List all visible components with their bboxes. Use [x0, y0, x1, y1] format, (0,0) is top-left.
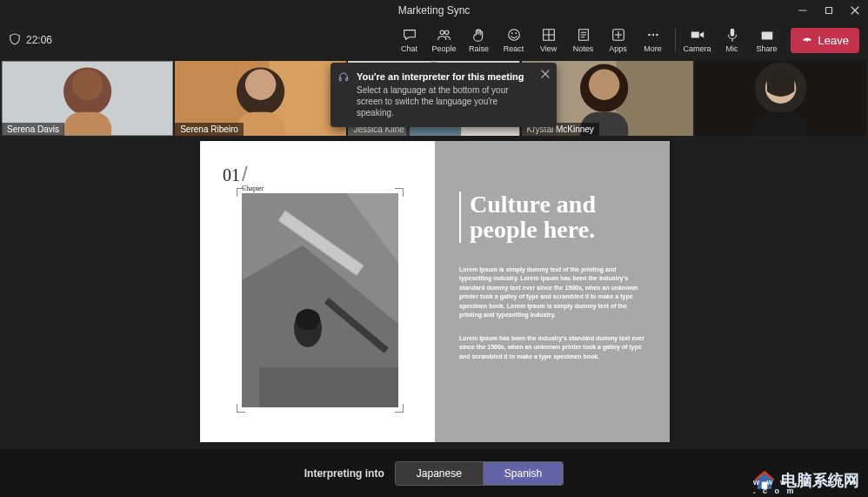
- svg-point-20: [651, 34, 653, 36]
- svg-point-19: [648, 34, 650, 36]
- notes-icon: [576, 27, 591, 43]
- slide-paragraph: Lorem Ipsum is simply dummy text of the …: [459, 265, 645, 320]
- raise-label: Raise: [469, 44, 489, 53]
- close-button[interactable]: [842, 0, 868, 21]
- chapter-number: 01: [223, 165, 240, 185]
- react-button[interactable]: React: [497, 27, 531, 53]
- toast-close-icon[interactable]: [541, 70, 550, 80]
- plus-square-icon: [611, 27, 626, 43]
- timer-value: 22:06: [26, 34, 52, 46]
- interpreter-toast: You're an interpreter for this meeting S…: [331, 63, 557, 127]
- slide-paragraph: Lorem Ipsum has been the industry's stan…: [459, 334, 645, 362]
- grid-icon: [541, 27, 557, 43]
- notes-label: Notes: [573, 44, 594, 53]
- smile-icon: [506, 27, 522, 43]
- chapter-slash: /: [242, 162, 248, 185]
- crop-mark-icon: [237, 404, 245, 413]
- svg-rect-27: [63, 112, 111, 136]
- maximize-button[interactable]: [816, 0, 842, 21]
- shared-content: 01/ Chapter Culture and people here.: [200, 141, 670, 442]
- more-button[interactable]: More: [637, 27, 670, 53]
- people-button[interactable]: People: [428, 27, 461, 53]
- crop-mark-icon: [395, 404, 404, 413]
- svg-point-28: [72, 69, 103, 99]
- svg-point-6: [508, 30, 519, 41]
- interpreter-bar: Interpreting into Japanese Spanish: [0, 449, 868, 497]
- camera-button[interactable]: Camera: [681, 27, 714, 53]
- svg-point-33: [245, 69, 276, 99]
- svg-rect-1: [826, 8, 832, 14]
- meeting-timer: 22:06: [9, 33, 52, 48]
- mic-label: Mic: [726, 44, 738, 53]
- apps-button[interactable]: Apps: [602, 27, 635, 53]
- slide-image: [242, 193, 398, 407]
- language-option-japanese[interactable]: Japanese: [396, 462, 483, 485]
- chat-label: Chat: [401, 44, 417, 53]
- share-icon: [759, 27, 775, 43]
- microphone-icon: [724, 27, 740, 43]
- svg-rect-22: [730, 29, 734, 37]
- headset-icon: [337, 71, 350, 87]
- chat-button[interactable]: Chat: [393, 27, 426, 53]
- slide-left-page: 01/ Chapter: [200, 141, 435, 442]
- leave-label: Leave: [818, 34, 849, 47]
- svg-point-8: [515, 32, 517, 34]
- more-label: More: [644, 44, 662, 53]
- toast-title: You're an interpreter for this meeting: [357, 71, 532, 82]
- phone-down-icon: [801, 33, 813, 48]
- svg-point-21: [656, 34, 658, 36]
- svg-point-4: [440, 30, 444, 35]
- apps-label: Apps: [609, 44, 627, 53]
- window-titlebar: Marketing Sync: [0, 0, 868, 21]
- leave-button[interactable]: Leave: [791, 28, 859, 53]
- chat-icon: [402, 27, 417, 43]
- share-label: Share: [757, 44, 778, 53]
- svg-rect-32: [237, 112, 284, 136]
- react-label: React: [504, 44, 524, 53]
- toolbar-divider: [675, 28, 676, 52]
- crop-mark-icon: [395, 188, 404, 197]
- svg-point-55: [296, 309, 320, 330]
- window-controls: [790, 0, 868, 21]
- camera-label: Camera: [684, 44, 711, 53]
- raise-button[interactable]: Raise: [463, 27, 496, 53]
- svg-point-5: [444, 30, 449, 35]
- crop-mark-icon: [237, 188, 245, 197]
- participant-tile[interactable]: Serena Davis: [2, 61, 173, 136]
- participant-name: Serena Davis: [2, 123, 64, 136]
- window-title: Marketing Sync: [398, 4, 471, 17]
- ellipsis-icon: [645, 27, 661, 43]
- toolbar-icons: Chat People Raise React View Notes Apps: [393, 27, 784, 53]
- language-option-spanish[interactable]: Spanish: [483, 462, 563, 485]
- view-label: View: [540, 44, 557, 53]
- view-button[interactable]: View: [532, 27, 565, 53]
- share-button[interactable]: Share: [751, 27, 784, 53]
- slide-right-page: Culture and people here. Lorem Ipsum is …: [435, 141, 670, 442]
- people-icon: [437, 27, 452, 43]
- participant-name: Serena Ribeiro: [175, 123, 244, 136]
- toast-body: Select a language at the bottom of your …: [357, 84, 532, 118]
- meeting-toolbar: 22:06 Chat People Raise React View Notes: [0, 21, 868, 59]
- svg-point-7: [511, 32, 512, 34]
- shield-icon: [9, 33, 21, 48]
- svg-rect-45: [753, 112, 808, 136]
- slide-headline: Culture and people here.: [470, 191, 645, 243]
- participant-tile[interactable]: [695, 61, 866, 136]
- hand-icon: [471, 27, 487, 43]
- notes-button[interactable]: Notes: [567, 27, 600, 53]
- interpreter-label: Interpreting into: [304, 467, 384, 480]
- people-label: People: [432, 44, 457, 53]
- mic-button[interactable]: Mic: [716, 27, 749, 53]
- svg-rect-39: [616, 61, 693, 136]
- chapter-label: Chapter: [242, 185, 412, 192]
- language-segmented-control: Japanese Spanish: [395, 461, 564, 486]
- svg-point-42: [589, 69, 619, 99]
- svg-rect-57: [259, 367, 398, 407]
- participant-tile[interactable]: Serena Ribeiro: [175, 61, 346, 136]
- minimize-button[interactable]: [790, 0, 816, 21]
- camera-icon: [690, 27, 705, 43]
